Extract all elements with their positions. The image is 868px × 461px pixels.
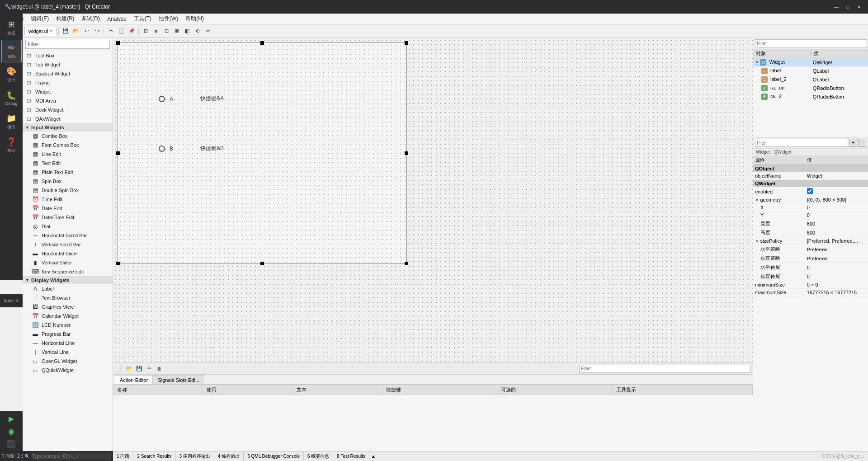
sidebar-item-dial[interactable]: ◎ Dial xyxy=(23,222,113,231)
menu-edit[interactable]: 编辑(E) xyxy=(27,14,52,24)
nav-edit[interactable]: ✏ 编辑 xyxy=(1,40,22,62)
prop-filter-input[interactable] xyxy=(755,139,848,147)
sidebar-item-vscrollbar[interactable]: ↕ Vertical Scroll Bar xyxy=(23,240,113,249)
nav-welcome[interactable]: ⊞ 欢迎 xyxy=(1,16,22,39)
sidebar-item-widget[interactable]: □ Widget xyxy=(23,87,113,96)
toolbar-copy[interactable]: 📋 xyxy=(116,26,126,36)
sidebar-item-progressbar[interactable]: ▬ Progress Bar xyxy=(23,329,113,339)
menu-help[interactable]: 帮助(H) xyxy=(182,14,208,24)
prop-scroll-area[interactable]: 属性 值 QObject objectName Widget QWi xyxy=(753,156,868,451)
widget-filter-input[interactable] xyxy=(25,40,110,49)
action-open[interactable]: 📂 xyxy=(125,364,134,373)
canvas-widget[interactable]: A 快捷键&A B 快捷键&B xyxy=(118,42,407,264)
doc-tab-widget[interactable]: widget.ui × xyxy=(24,27,57,36)
prop-row-height[interactable]: 高度 600 xyxy=(753,228,868,237)
status-tab-8[interactable]: 8 Test Results xyxy=(333,452,369,461)
run-button[interactable]: ▶ xyxy=(3,413,19,424)
action-delete[interactable]: 🗑 xyxy=(155,364,164,373)
sidebar-item-timeedit[interactable]: ⏰ Time Edit xyxy=(23,195,113,204)
action-new[interactable]: 📄 xyxy=(115,364,124,373)
status-tab-1[interactable]: 1 问题 xyxy=(113,452,133,461)
status-tab-5[interactable]: 5 QML Debugger Console xyxy=(244,452,304,461)
action-edit[interactable]: ✏ xyxy=(145,364,154,373)
prop-enabled-checkbox[interactable] xyxy=(807,188,813,194)
sidebar-item-toolbox[interactable]: □ Tool Box xyxy=(23,51,113,60)
toolbar-adjust[interactable]: ◧ xyxy=(182,26,192,36)
sidebar-item-plaintextedit[interactable]: ▤ Plain Text Edit xyxy=(23,168,113,177)
sidebar-item-combobox[interactable]: ▤ Combo Box xyxy=(23,132,113,141)
toolbar-save[interactable]: 💾 xyxy=(61,26,71,36)
prop-row-geo-x[interactable]: X 0 xyxy=(753,204,868,212)
status-problem[interactable]: 1 问题 xyxy=(2,453,14,459)
toolbar-layout[interactable]: ⊟ xyxy=(161,26,171,36)
display-widgets-header[interactable]: ▼ Display Widgets xyxy=(23,276,113,284)
close-button[interactable]: ✕ xyxy=(854,2,863,11)
prop-row-hstretch[interactable]: 水平伸展 0 xyxy=(753,263,868,272)
toolbar-paste[interactable]: 📌 xyxy=(127,26,137,36)
sidebar-item-frame[interactable]: □ Frame xyxy=(23,78,113,87)
menu-analyze[interactable]: Analyze xyxy=(104,15,130,23)
handle-bc[interactable] xyxy=(260,262,264,265)
toolbar-cut[interactable]: ✂ xyxy=(106,26,116,36)
menu-tools[interactable]: 工具(T) xyxy=(130,14,155,24)
sidebar-item-hscrollbar[interactable]: ↔ Horizontal Scroll Bar xyxy=(23,231,113,240)
prop-row-geo-y[interactable]: Y 0 xyxy=(753,212,868,219)
maximize-button[interactable]: □ xyxy=(843,2,852,11)
obj-row-radio1[interactable]: R ra...on QRadioButton xyxy=(753,84,868,93)
toolbar-break[interactable]: ⊠ xyxy=(172,26,182,36)
toolbar-redo[interactable]: ↪ xyxy=(92,26,102,36)
obj-row-label2[interactable]: L label_2 QLabel xyxy=(753,75,868,84)
nav-project[interactable]: 📁 项目 xyxy=(1,110,22,133)
menu-controls[interactable]: 控件(W) xyxy=(155,14,182,24)
handle-ml[interactable] xyxy=(116,151,120,155)
prop-row-maxsize[interactable]: maximumSize 16777215 × 16777215 xyxy=(753,289,868,296)
handle-tr[interactable] xyxy=(405,41,408,45)
action-save[interactable]: 💾 xyxy=(135,364,144,373)
sidebar-item-calendar[interactable]: 📅 Calendar Widget xyxy=(23,311,113,320)
status-tab-6[interactable]: 6 概要信息 xyxy=(304,452,333,461)
radio-b-button[interactable] xyxy=(159,146,165,152)
locate-input[interactable] xyxy=(31,452,111,460)
status-tab-4[interactable]: 4 编程输出 xyxy=(214,452,244,461)
prop-row-vpolicy[interactable]: 垂直策略 Preferred xyxy=(753,254,868,263)
toolbar-grid[interactable]: ⊞ xyxy=(141,26,151,36)
sidebar-item-doublespinbox[interactable]: ▤ Double Spin Box xyxy=(23,186,113,195)
prop-row-minsize[interactable]: minimumSize 0 × 0 xyxy=(753,281,868,289)
bottom-filter-input[interactable] xyxy=(579,365,751,373)
sidebar-item-dateedit[interactable]: 📅 Date Edit xyxy=(23,204,113,213)
main-canvas[interactable]: A 快捷键&A B 快捷键&B xyxy=(113,38,753,362)
minimize-button[interactable]: — xyxy=(832,2,841,11)
sidebar-item-opengl[interactable]: □ OpenGL Widget xyxy=(23,357,113,366)
obj-row-label[interactable]: L label QLabel xyxy=(753,67,868,75)
prop-row-geometry[interactable]: ▼ geometry [(0, 0), 800 × 600] xyxy=(753,196,868,204)
sidebar-item-vline[interactable]: | Vertical Line xyxy=(23,348,113,357)
prop-remove-button[interactable]: - xyxy=(858,139,866,147)
toolbar-center[interactable]: ⊕ xyxy=(193,26,203,36)
canvas-design-area[interactable]: A 快捷键&A B 快捷键&B xyxy=(113,38,753,362)
toolbar-align[interactable]: ≡ xyxy=(151,26,161,36)
handle-br[interactable] xyxy=(405,262,408,265)
status-tab-3[interactable]: 3 应用程序输出 xyxy=(176,452,214,461)
handle-mr[interactable] xyxy=(405,151,408,155)
sidebar-item-fontcombo[interactable]: ▤ Font Combo Box xyxy=(23,141,113,150)
sidebar-item-stacked[interactable]: □ Stacked Widget xyxy=(23,69,113,78)
sidebar-item-graphicsview[interactable]: 🖼 Graphics View xyxy=(23,302,113,311)
prop-row-hpolicy[interactable]: 水平策略 Preferred xyxy=(753,245,868,254)
sidebar-item-label[interactable]: A Label xyxy=(23,284,113,293)
prop-row-width[interactable]: 宽度 800 xyxy=(753,219,868,228)
sidebar-item-textedit[interactable]: ▤ Text Edit xyxy=(23,159,113,168)
radio-a-button[interactable] xyxy=(159,96,165,102)
sidebar-item-textbrowser[interactable]: 📄 Text Browser xyxy=(23,293,113,302)
nav-help[interactable]: ❓ 帮助 xyxy=(1,134,22,156)
nav-design[interactable]: 🎨 设计 xyxy=(1,63,22,86)
build-button[interactable]: ⬛ xyxy=(3,438,19,449)
toolbar-pointer[interactable]: ✏ xyxy=(203,26,213,36)
sidebar-item-datetimeedit[interactable]: 📅 Date/Time Edit xyxy=(23,213,113,222)
doc-tab-close[interactable]: × xyxy=(50,28,52,33)
status-arrow[interactable]: ▲ xyxy=(369,454,377,459)
obj-row-widget[interactable]: ▼ W Widget QWidget xyxy=(753,58,868,67)
sidebar-item-qquick[interactable]: □ QQuickWidget xyxy=(23,366,113,375)
sidebar-item-keysequence[interactable]: ⌨ Key Sequence Edit xyxy=(23,267,113,276)
menu-debug[interactable]: 调试(D) xyxy=(78,14,104,24)
sidebar-item-dock[interactable]: □ Dock Widget xyxy=(23,105,113,114)
